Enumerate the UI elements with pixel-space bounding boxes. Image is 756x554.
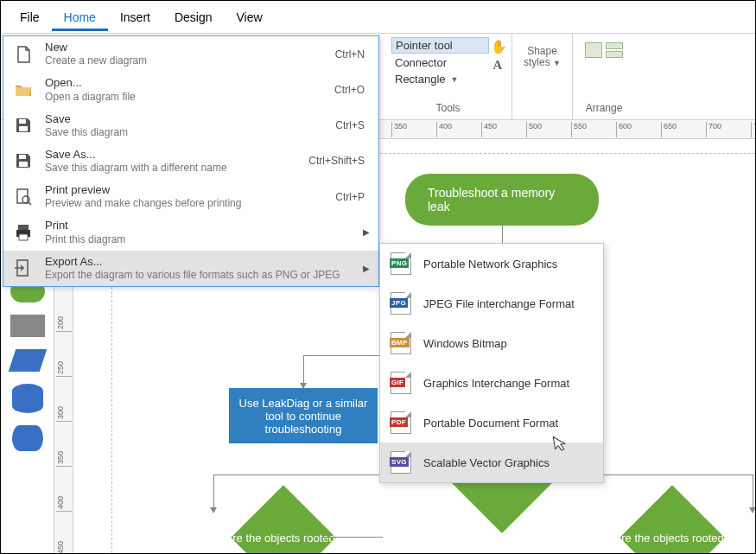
pointer-tool[interactable]: Pointer tool [391, 37, 489, 54]
menu-home[interactable]: Home [52, 3, 108, 31]
file-badge: BMP [390, 338, 410, 347]
shape-leakdiag[interactable]: Use LeakDiag or a similar tool to contin… [229, 388, 378, 443]
menu-file[interactable]: File [8, 3, 52, 31]
export-bmp[interactable]: BMP Windows Bitmap [380, 323, 603, 363]
file-menu-dropdown: NewCreate a new diagram Ctrl+N Open...Op… [3, 35, 379, 287]
menu-item-accel: Ctrl+O [334, 84, 365, 96]
menu-view[interactable]: View [225, 3, 275, 31]
palette-data[interactable] [8, 349, 46, 372]
menu-item-desc: Save this diagram [45, 126, 325, 139]
align-icon[interactable] [606, 42, 623, 49]
connector[interactable] [322, 537, 383, 538]
menu-bar: File Home Insert Design View [1, 1, 755, 34]
ruler-tick: 750 [751, 122, 756, 137]
ruler-tick: 200 [56, 316, 72, 332]
palette-database[interactable] [12, 384, 43, 413]
ruler-tick: 400 [56, 496, 72, 512]
shape-start[interactable]: Troubleshoot a memory leak [405, 174, 599, 226]
ruler-tick: 250 [56, 361, 72, 377]
ruler-tick: 300 [56, 406, 72, 422]
file-badge: SVG [390, 457, 409, 467]
export-pdf[interactable]: PDF Portable Document Format [380, 403, 603, 443]
svg-rect-0 [19, 119, 26, 124]
ribbon-group-tools: Pointer tool Connector Rectangle ▼ ✋ A T… [384, 34, 512, 120]
menu-item-accel: Ctrl+P [335, 191, 365, 203]
connector[interactable] [753, 474, 753, 509]
open-icon [12, 79, 35, 101]
menu-item-desc: Print this diagram [45, 233, 353, 246]
ribbon-group-shape-styles: Shape styles ▼ [512, 34, 573, 120]
export-png[interactable]: PNG Portable Network Graphics [380, 244, 603, 283]
file-menu-saveas[interactable]: Save As...Save this diagram with a diffe… [3, 143, 378, 179]
ruler-tick: 450 [481, 122, 497, 137]
file-menu-new[interactable]: NewCreate a new diagram Ctrl+N [3, 36, 378, 72]
menu-item-title: Print [45, 219, 353, 232]
rectangle-tool-label: Rectangle [395, 73, 446, 86]
shape-styles-button[interactable]: Shape styles ▼ [518, 46, 567, 68]
palette-directdata[interactable] [12, 425, 43, 451]
export-item-label: Portable Document Format [423, 417, 558, 430]
connector[interactable] [213, 474, 214, 509]
submenu-arrow-icon: ▶ [363, 264, 370, 273]
file-menu-print[interactable]: PrintPrint this diagram ▶ [3, 214, 378, 250]
bring-front-icon[interactable] [585, 42, 602, 58]
connector-tool[interactable]: Connector [391, 55, 489, 70]
file-svg-icon: SVG [391, 451, 411, 474]
shape-rooted-left-label: Are the objects rooted? [226, 532, 341, 544]
file-bmp-icon: BMP [391, 332, 411, 354]
file-gif-icon: GIF [391, 372, 411, 394]
export-jpg[interactable]: JPG JPEG File interchange Format [380, 283, 603, 323]
group-icon[interactable] [606, 51, 623, 58]
svg-point-5 [22, 196, 29, 203]
file-png-icon: PNG [391, 252, 411, 275]
chevron-down-icon: ▼ [553, 59, 561, 67]
menu-item-accel: Ctrl+S [335, 119, 365, 131]
menu-insert[interactable]: Insert [108, 3, 162, 31]
menu-item-desc: Save this diagram with a different name [45, 162, 298, 175]
shape-leakdiag-label: Use LeakDiag or a similar tool to contin… [238, 397, 369, 436]
file-pdf-icon: PDF [391, 411, 411, 434]
export-item-label: Portable Network Graphics [423, 258, 557, 271]
export-gif[interactable]: GIF Graphics Interchange Format [380, 363, 603, 403]
ruler-tick: 650 [661, 122, 677, 137]
svg-rect-2 [19, 155, 26, 159]
file-badge: JPG [390, 298, 408, 308]
export-item-label: Windows Bitmap [423, 337, 507, 350]
preview-icon [12, 186, 35, 208]
ruler-tick: 550 [571, 122, 587, 137]
file-menu-open[interactable]: Open...Open a diagram file Ctrl+O [3, 72, 378, 107]
ruler-tick: 350 [56, 451, 72, 467]
arrowhead-icon [210, 507, 217, 513]
export-item-label: JPEG File interchange Format [423, 297, 575, 310]
arrowhead-icon [749, 507, 755, 513]
menu-item-accel: Ctrl+N [335, 48, 365, 60]
file-badge: GIF [390, 378, 405, 387]
tools-group-label: Tools [435, 102, 460, 117]
file-menu-save[interactable]: SaveSave this diagram Ctrl+S [3, 108, 378, 143]
menu-item-title: Print preview [45, 183, 325, 197]
text-tool-icon[interactable]: A [491, 58, 505, 73]
svg-rect-3 [19, 162, 28, 167]
file-badge: PDF [390, 417, 408, 427]
menu-item-title: Save [45, 112, 325, 126]
palette-process[interactable] [10, 315, 45, 337]
menu-item-title: Export As... [45, 255, 353, 269]
export-submenu: PNG Portable Network Graphics JPG JPEG F… [379, 243, 604, 483]
ruler-tick: 350 [391, 122, 407, 137]
rectangle-tool[interactable]: Rectangle ▼ [391, 72, 489, 86]
shape-rooted-right-label: Are the objects rooted? [614, 532, 730, 544]
file-menu-export[interactable]: Export As...Export the diagram to variou… [3, 251, 378, 286]
file-jpg-icon: JPG [391, 292, 411, 315]
menu-item-desc: Create a new diagram [45, 54, 325, 67]
file-menu-preview[interactable]: Print previewPreview and make changes be… [3, 179, 378, 214]
ruler-tick: 400 [436, 122, 452, 137]
new-icon [12, 43, 35, 66]
print-icon [12, 221, 35, 244]
menu-design[interactable]: Design [162, 3, 225, 31]
ruler-tick: 700 [706, 122, 721, 137]
svg-rect-1 [19, 126, 28, 131]
shape-start-label: Troubleshoot a memory leak [428, 186, 576, 213]
pan-hand-icon[interactable]: ✋ [491, 39, 505, 54]
svg-line-6 [29, 202, 31, 205]
file-badge: PNG [390, 258, 409, 268]
